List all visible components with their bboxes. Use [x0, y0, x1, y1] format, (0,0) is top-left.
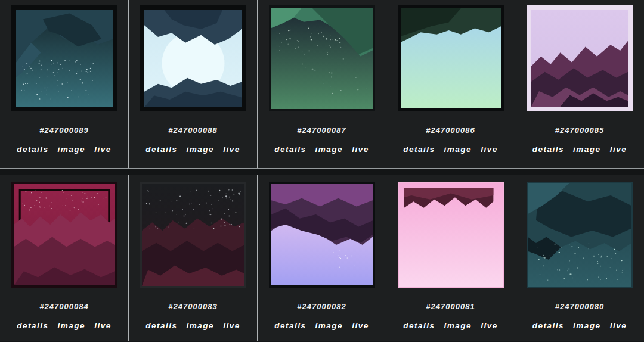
token-artwork-thumbnail[interactable] — [527, 182, 633, 288]
token-artwork-thumbnail[interactable] — [269, 182, 375, 288]
token-id: #247000081 — [426, 302, 475, 311]
image-link[interactable]: image — [187, 145, 215, 154]
token-artwork-thumbnail[interactable] — [140, 5, 246, 111]
token-artwork-thumbnail[interactable] — [11, 5, 117, 111]
live-link[interactable]: live — [223, 145, 240, 154]
details-link[interactable]: details — [532, 145, 564, 154]
details-link[interactable]: details — [145, 145, 177, 154]
token-gallery: #247000089 details image live #247000088… — [0, 0, 644, 342]
image-link[interactable]: image — [187, 321, 215, 330]
token-links: details image live — [403, 321, 497, 330]
token-card: #247000087 details image live — [258, 0, 386, 168]
token-artwork-thumbnail[interactable] — [527, 5, 633, 111]
image-link[interactable]: image — [315, 145, 343, 154]
live-link[interactable]: live — [481, 321, 498, 330]
token-card: #247000088 details image live — [129, 0, 258, 168]
token-id: #247000082 — [297, 302, 346, 311]
token-artwork-thumbnail[interactable] — [11, 182, 117, 288]
image-link[interactable]: image — [444, 321, 472, 330]
details-link[interactable]: details — [145, 321, 177, 330]
image-link[interactable]: image — [573, 321, 601, 330]
token-id: #247000080 — [555, 302, 604, 311]
live-link[interactable]: live — [610, 145, 627, 154]
token-id: #247000086 — [426, 126, 475, 135]
details-link[interactable]: details — [17, 321, 48, 330]
token-artwork-thumbnail[interactable] — [398, 182, 504, 288]
token-links: details image live — [145, 321, 240, 330]
token-artwork-thumbnail[interactable] — [269, 5, 375, 111]
token-card: #247000082 details image live — [258, 175, 386, 341]
image-link[interactable]: image — [58, 145, 86, 154]
token-artwork-thumbnail[interactable] — [398, 5, 504, 111]
image-link[interactable]: image — [58, 321, 86, 330]
live-link[interactable]: live — [352, 321, 369, 330]
token-artwork-thumbnail[interactable] — [140, 182, 246, 288]
live-link[interactable]: live — [481, 145, 498, 154]
token-id: #247000085 — [555, 126, 604, 135]
image-link[interactable]: image — [573, 145, 601, 154]
live-link[interactable]: live — [352, 145, 369, 154]
image-link[interactable]: image — [444, 145, 472, 154]
live-link[interactable]: live — [94, 321, 112, 330]
token-id: #247000088 — [168, 126, 217, 135]
token-links: details image live — [274, 145, 369, 154]
token-card: #247000080 details image live — [515, 175, 644, 341]
live-link[interactable]: live — [610, 321, 627, 330]
gallery-row-1: #247000089 details image live #247000088… — [0, 0, 644, 169]
token-card: #247000086 details image live — [386, 0, 515, 168]
image-link[interactable]: image — [315, 321, 343, 330]
token-links: details image live — [532, 145, 627, 154]
token-links: details image live — [274, 321, 369, 330]
token-id: #247000083 — [168, 302, 217, 311]
details-link[interactable]: details — [274, 321, 306, 330]
token-id: #247000084 — [39, 302, 88, 311]
token-id: #247000089 — [39, 126, 88, 135]
gallery-row-2: #247000084 details image live #247000083… — [0, 169, 644, 341]
token-card: #247000081 details image live — [386, 175, 515, 341]
token-links: details image live — [145, 145, 240, 154]
live-link[interactable]: live — [223, 321, 240, 330]
details-link[interactable]: details — [274, 145, 306, 154]
token-id: #247000087 — [297, 126, 346, 135]
details-link[interactable]: details — [403, 321, 435, 330]
token-card: #247000085 details image live — [515, 0, 644, 168]
token-links: details image live — [532, 321, 627, 330]
token-links: details image live — [17, 145, 111, 154]
details-link[interactable]: details — [17, 145, 48, 154]
live-link[interactable]: live — [94, 145, 112, 154]
token-links: details image live — [17, 321, 111, 330]
token-card: #247000083 details image live — [129, 175, 258, 341]
token-links: details image live — [403, 145, 497, 154]
token-card: #247000084 details image live — [0, 175, 129, 341]
token-card: #247000089 details image live — [0, 0, 129, 168]
details-link[interactable]: details — [532, 321, 564, 330]
details-link[interactable]: details — [403, 145, 435, 154]
